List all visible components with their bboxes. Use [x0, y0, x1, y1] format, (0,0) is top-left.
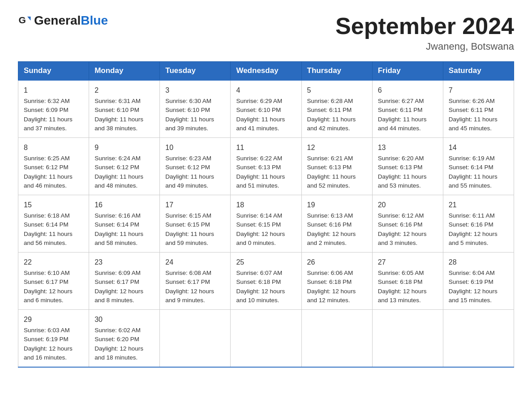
day-number: 1	[24, 85, 83, 96]
day-info: Sunrise: 6:13 AM	[307, 211, 367, 220]
day-info: Sunrise: 6:11 AM	[449, 211, 508, 220]
day-info: Sunrise: 6:14 AM	[236, 211, 296, 220]
day-info: and 9 minutes.	[165, 296, 225, 305]
calendar-cell: 23Sunrise: 6:09 AMSunset: 6:17 PMDayligh…	[89, 253, 160, 310]
day-info: Sunrise: 6:24 AM	[94, 154, 154, 163]
day-number: 14	[449, 142, 508, 153]
col-header-tuesday: Tuesday	[160, 62, 231, 81]
day-info: Sunrise: 6:29 AM	[236, 97, 296, 106]
day-number: 22	[24, 257, 83, 268]
day-info: Sunset: 6:15 PM	[236, 220, 296, 229]
day-number: 21	[449, 200, 508, 210]
day-info: and 59 minutes.	[165, 239, 225, 248]
day-info: Sunrise: 6:19 AM	[449, 154, 508, 163]
logo-general: General	[34, 13, 81, 27]
day-info: Daylight: 11 hours	[24, 230, 83, 239]
day-info: Sunrise: 6:30 AM	[165, 97, 225, 106]
day-number: 23	[94, 257, 154, 268]
day-info: Sunset: 6:17 PM	[24, 278, 83, 287]
day-info: and 48 minutes.	[94, 181, 154, 190]
col-header-saturday: Saturday	[443, 62, 514, 81]
day-info: and 58 minutes.	[94, 239, 154, 248]
day-info: and 42 minutes.	[307, 124, 367, 133]
day-info: Sunset: 6:16 PM	[307, 220, 367, 229]
day-info: Sunrise: 6:06 AM	[307, 269, 367, 278]
day-info: Sunrise: 6:10 AM	[24, 269, 83, 278]
day-info: Sunrise: 6:12 AM	[378, 211, 438, 220]
day-info: and 52 minutes.	[307, 181, 367, 190]
day-info: and 44 minutes.	[378, 124, 438, 133]
day-info: Sunrise: 6:18 AM	[24, 211, 83, 220]
day-info: Sunset: 6:12 PM	[165, 163, 225, 172]
day-info: Sunset: 6:17 PM	[94, 278, 154, 287]
day-info: and 55 minutes.	[449, 181, 508, 190]
calendar-cell: 7Sunrise: 6:26 AMSunset: 6:11 PMDaylight…	[443, 80, 514, 138]
day-info: Daylight: 11 hours	[236, 172, 296, 181]
day-info: Sunset: 6:14 PM	[24, 220, 83, 229]
day-info: Sunrise: 6:20 AM	[378, 154, 438, 163]
day-info: Sunset: 6:14 PM	[449, 163, 508, 172]
day-info: Sunset: 6:20 PM	[94, 335, 154, 344]
day-number: 19	[307, 200, 367, 210]
day-info: Sunset: 6:11 PM	[449, 106, 508, 115]
day-number: 15	[24, 200, 83, 210]
day-info: Sunset: 6:16 PM	[449, 220, 508, 229]
calendar-table: SundayMondayTuesdayWednesdayThursdayFrid…	[18, 61, 514, 368]
calendar-cell: 4Sunrise: 6:29 AMSunset: 6:10 PMDaylight…	[231, 80, 301, 138]
calendar-cell: 27Sunrise: 6:05 AMSunset: 6:18 PMDayligh…	[372, 253, 443, 310]
day-number: 4	[236, 85, 296, 96]
calendar-header-row: SundayMondayTuesdayWednesdayThursdayFrid…	[18, 62, 514, 81]
day-info: Daylight: 11 hours	[165, 230, 225, 239]
calendar-cell: 17Sunrise: 6:15 AMSunset: 6:15 PMDayligh…	[160, 195, 231, 253]
col-header-monday: Monday	[89, 62, 160, 81]
day-info: Sunset: 6:11 PM	[307, 106, 367, 115]
day-info: Daylight: 12 hours	[236, 230, 296, 239]
day-info: Sunrise: 6:07 AM	[236, 269, 296, 278]
day-info: Sunset: 6:19 PM	[24, 335, 83, 344]
day-info: Daylight: 12 hours	[94, 287, 154, 296]
day-info: Sunrise: 6:04 AM	[449, 269, 508, 278]
day-info: and 6 minutes.	[24, 296, 83, 305]
day-info: Daylight: 11 hours	[449, 172, 508, 181]
day-info: Daylight: 12 hours	[236, 287, 296, 296]
day-info: Sunrise: 6:16 AM	[94, 211, 154, 220]
day-info: Sunrise: 6:23 AM	[165, 154, 225, 163]
day-info: Daylight: 11 hours	[378, 172, 438, 181]
day-info: and 16 minutes.	[24, 353, 83, 362]
calendar-cell: 8Sunrise: 6:25 AMSunset: 6:12 PMDaylight…	[18, 138, 89, 195]
day-info: Sunset: 6:10 PM	[165, 106, 225, 115]
calendar-week-row: 15Sunrise: 6:18 AMSunset: 6:14 PMDayligh…	[18, 195, 514, 253]
day-info: Sunrise: 6:26 AM	[449, 97, 508, 106]
day-info: Daylight: 12 hours	[449, 230, 508, 239]
calendar-week-row: 22Sunrise: 6:10 AMSunset: 6:17 PMDayligh…	[18, 253, 514, 310]
day-info: Daylight: 12 hours	[449, 287, 508, 296]
day-number: 7	[449, 85, 508, 96]
calendar-cell: 13Sunrise: 6:20 AMSunset: 6:13 PMDayligh…	[372, 138, 443, 195]
calendar-cell	[372, 310, 443, 368]
day-info: Sunrise: 6:27 AM	[378, 97, 438, 106]
day-info: and 41 minutes.	[236, 124, 296, 133]
day-info: Sunset: 6:13 PM	[307, 163, 367, 172]
day-info: Sunset: 6:16 PM	[378, 220, 438, 229]
day-info: Sunrise: 6:03 AM	[24, 326, 83, 335]
calendar-subtitle: Jwaneng, Botswana	[335, 41, 514, 52]
day-info: and 37 minutes.	[24, 124, 83, 133]
calendar-cell: 5Sunrise: 6:28 AMSunset: 6:11 PMDaylight…	[301, 80, 372, 138]
day-info: and 2 minutes.	[307, 239, 367, 248]
day-info: Daylight: 11 hours	[24, 115, 83, 124]
calendar-week-row: 8Sunrise: 6:25 AMSunset: 6:12 PMDaylight…	[18, 138, 514, 195]
day-info: Daylight: 11 hours	[165, 115, 225, 124]
day-number: 11	[236, 142, 296, 153]
calendar-cell: 14Sunrise: 6:19 AMSunset: 6:14 PMDayligh…	[443, 138, 514, 195]
day-info: Sunset: 6:10 PM	[236, 106, 296, 115]
calendar-cell: 30Sunrise: 6:02 AMSunset: 6:20 PMDayligh…	[89, 310, 160, 368]
calendar-week-row: 29Sunrise: 6:03 AMSunset: 6:19 PMDayligh…	[18, 310, 514, 368]
day-info: Sunrise: 6:21 AM	[307, 154, 367, 163]
day-number: 24	[165, 257, 225, 268]
day-info: and 53 minutes.	[378, 181, 438, 190]
day-info: and 0 minutes.	[236, 239, 296, 248]
day-number: 16	[94, 200, 154, 210]
page-header: G GeneralBlue September 2024 Jwaneng, Bo…	[18, 13, 514, 52]
logo-blue: Blue	[81, 13, 108, 27]
day-number: 2	[94, 85, 154, 96]
